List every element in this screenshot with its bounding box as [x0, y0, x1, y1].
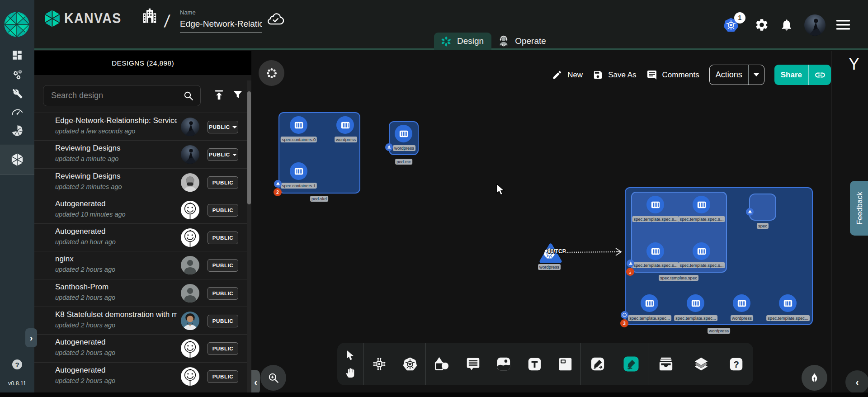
node-template-container-0[interactable]	[646, 196, 664, 213]
collapse-right-button[interactable]: ‹	[845, 370, 868, 392]
sidebar-expand-button[interactable]: ›	[25, 328, 37, 347]
node-template-container-1[interactable]	[693, 196, 710, 213]
actions-dropdown-arrow[interactable]	[748, 65, 764, 85]
new-button[interactable]: New	[552, 70, 583, 80]
node-spec-containers-0[interactable]	[290, 116, 307, 134]
save-as-button[interactable]: Save As	[593, 70, 636, 80]
hamburger-menu-button[interactable]	[836, 19, 850, 30]
tool-pen-arrow[interactable]	[590, 356, 605, 372]
node-group-spec-template-spec[interactable]	[631, 192, 727, 273]
tool-select-cursor[interactable]	[345, 350, 356, 361]
node-group-spec[interactable]	[749, 194, 776, 221]
tool-shapes[interactable]	[434, 356, 450, 372]
design-list-item[interactable]: Edge-Network-Relationship: Service and D…	[34, 113, 247, 140]
design-list-item[interactable]: Autogeneratedupdated 10 minutes ago PUBL…	[34, 196, 247, 223]
node-template-container-2[interactable]	[646, 242, 664, 260]
search-box[interactable]	[43, 85, 201, 106]
designs-scrollbar-thumb[interactable]	[247, 91, 251, 204]
copy-link-button[interactable]	[808, 65, 831, 85]
meshery-logo[interactable]	[4, 11, 30, 38]
tool-text[interactable]	[527, 357, 542, 372]
node-wordpress-rcc[interactable]	[395, 125, 412, 142]
visibility-badge[interactable]: PUBLIC	[208, 370, 238, 383]
settings-button[interactable]	[755, 18, 769, 32]
node-bottom-container-2[interactable]	[733, 294, 750, 312]
visibility-badge[interactable]: PUBLIC	[208, 148, 238, 161]
loading-spinner-button[interactable]	[259, 60, 284, 86]
share-split-button[interactable]: Share	[774, 65, 831, 85]
visibility-badge[interactable]: PUBLIC	[208, 287, 238, 300]
visibility-badge[interactable]: PUBLIC	[208, 259, 238, 272]
notifications-button[interactable]	[780, 18, 793, 32]
kubernetes-context-button[interactable]: 1	[723, 17, 739, 33]
tool-integrations[interactable]	[372, 357, 387, 371]
tool-help[interactable]: ?	[729, 357, 744, 372]
kanvas-logo[interactable]: KANVAS	[44, 9, 127, 28]
sidebar-item-kanvas[interactable]	[0, 150, 34, 169]
design-list-item[interactable]: Santhosh-Promupdated 2 hours ago PUBLIC	[34, 279, 247, 307]
design-name-field[interactable]: Name Edge-Network-Relatio	[180, 9, 262, 33]
sidebar-item-configuration[interactable]	[0, 84, 34, 103]
node-bottom-container-0[interactable]	[641, 294, 658, 312]
tab-operate[interactable]: Operate	[491, 33, 554, 50]
node-bottom-container-3[interactable]	[779, 294, 797, 312]
design-list-item[interactable]: Autogeneratedupdated an hour ago PUBLIC	[34, 223, 247, 251]
visibility-badge[interactable]: PUBLIC	[208, 342, 238, 355]
comments-button[interactable]: Comments	[646, 70, 699, 80]
y-brand-icon[interactable]: Y	[844, 55, 863, 74]
actions-button[interactable]: Actions	[710, 65, 748, 85]
tool-kubernetes[interactable]	[402, 357, 418, 372]
design-owner-avatar[interactable]	[181, 367, 199, 386]
design-owner-avatar[interactable]	[181, 118, 199, 136]
design-list-item[interactable]: Reviewing Designsupdated a minute ago PU…	[34, 140, 247, 168]
filter-funnel-icon[interactable]	[232, 90, 244, 100]
design-owner-avatar[interactable]	[181, 145, 199, 164]
tool-comment[interactable]	[466, 357, 481, 372]
tool-drawer[interactable]	[658, 356, 674, 372]
feedback-tab[interactable]: Feedback	[850, 181, 868, 236]
sidebar-item-extensions[interactable]	[0, 121, 34, 140]
tab-design[interactable]: Design	[434, 33, 491, 50]
tool-image[interactable]	[496, 356, 511, 372]
design-list-item[interactable]: Reviewing Designsupdated 2 minutes ago P…	[34, 168, 247, 196]
visibility-badge[interactable]: PUBLIC	[208, 315, 238, 327]
sidebar-item-lifecycle[interactable]	[0, 65, 34, 84]
design-list-item[interactable]: Autogeneratedupdated 2 hours ago PUBLIC	[34, 362, 247, 390]
visibility-badge[interactable]: PUBLIC	[208, 204, 238, 217]
design-owner-avatar[interactable]	[181, 284, 199, 302]
design-owner-avatar[interactable]	[181, 228, 199, 247]
organization-building-icon[interactable]	[142, 6, 157, 25]
share-button[interactable]: Share	[774, 65, 808, 85]
design-list-item[interactable]: Autogeneratedupdated 2 hours ago PUBLIC	[34, 334, 247, 362]
actions-split-button[interactable]: Actions	[709, 65, 764, 85]
design-list-item[interactable]: K8 Statefulset demonstration with mongod…	[34, 307, 247, 334]
visibility-badge[interactable]: PUBLIC	[208, 176, 238, 189]
error-count-badge[interactable]: 3	[620, 319, 628, 327]
tool-pan-hand[interactable]	[345, 367, 356, 378]
node-bottom-container-1[interactable]	[687, 294, 704, 312]
publish-upload-icon[interactable]	[213, 89, 225, 101]
visibility-badge[interactable]: PUBLIC	[208, 232, 238, 244]
help-button[interactable]: ?	[12, 359, 22, 369]
collapse-panel-button[interactable]: ‹	[251, 370, 260, 392]
zoom-button[interactable]	[260, 365, 286, 391]
design-owner-avatar[interactable]	[181, 339, 199, 358]
design-list-item[interactable]: nginxupdated 2 hours ago PUBLIC	[34, 251, 247, 279]
design-owner-avatar[interactable]	[181, 201, 199, 219]
user-avatar[interactable]	[804, 14, 826, 36]
tool-freehand-draw-active[interactable]	[623, 356, 639, 372]
node-wordpress-container[interactable]	[336, 116, 354, 134]
visibility-badge[interactable]: PUBLIC	[208, 121, 238, 133]
design-owner-avatar[interactable]	[181, 312, 199, 330]
design-owner-avatar[interactable]	[181, 256, 199, 274]
sidebar-item-performance[interactable]	[0, 102, 34, 121]
error-count-badge[interactable]: 2	[274, 188, 282, 196]
tool-sticky-note[interactable]	[558, 357, 573, 372]
design-owner-avatar[interactable]	[181, 173, 199, 192]
node-spec-containers-1[interactable]	[290, 162, 307, 180]
design-canvas[interactable]: New Save As Comments Actions Share	[251, 51, 868, 392]
error-badge-icon[interactable]	[626, 268, 634, 276]
node-template-container-3[interactable]	[693, 242, 710, 260]
sidebar-item-dashboard[interactable]	[0, 46, 34, 65]
pen-mode-button[interactable]	[802, 365, 827, 391]
